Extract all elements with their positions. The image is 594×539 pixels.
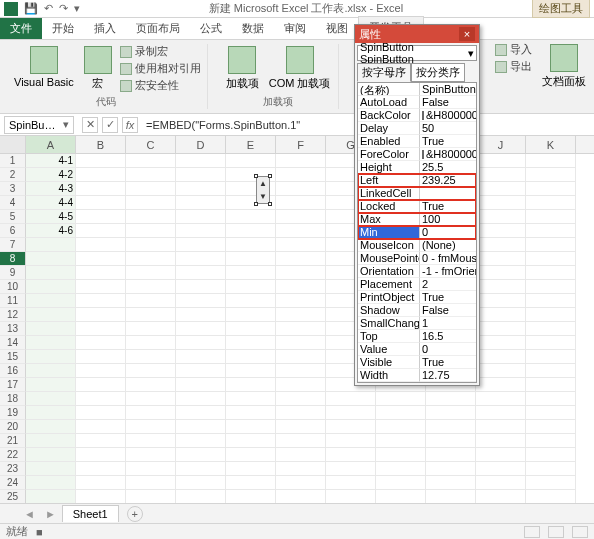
- property-value[interactable]: 100: [420, 213, 476, 226]
- cell[interactable]: [476, 462, 526, 476]
- cell[interactable]: [26, 406, 76, 420]
- row-header[interactable]: 6: [0, 224, 26, 238]
- property-value[interactable]: 239.25: [420, 174, 476, 187]
- cell[interactable]: [176, 308, 226, 322]
- property-value[interactable]: False: [420, 96, 476, 109]
- cell[interactable]: [526, 294, 576, 308]
- cell[interactable]: [126, 378, 176, 392]
- properties-panel[interactable]: 属性 × SpinButton SpinButton▾ 按字母序 按分类序 (名…: [354, 24, 480, 386]
- col-header[interactable]: C: [126, 136, 176, 153]
- property-value[interactable]: 25.5: [420, 161, 476, 174]
- cell[interactable]: [526, 462, 576, 476]
- cell[interactable]: [76, 336, 126, 350]
- cell[interactable]: [326, 476, 376, 490]
- cell[interactable]: [126, 224, 176, 238]
- cell[interactable]: [276, 322, 326, 336]
- cell[interactable]: [76, 252, 126, 266]
- cell[interactable]: [76, 224, 126, 238]
- cell[interactable]: [226, 280, 276, 294]
- cell[interactable]: [76, 420, 126, 434]
- property-row[interactable]: Max100: [358, 213, 476, 226]
- cell[interactable]: [476, 322, 526, 336]
- cell[interactable]: [526, 210, 576, 224]
- cell[interactable]: [126, 490, 176, 504]
- cell[interactable]: [526, 224, 576, 238]
- row-header[interactable]: 17: [0, 378, 26, 392]
- cell[interactable]: [276, 308, 326, 322]
- cell[interactable]: [76, 378, 126, 392]
- cell[interactable]: [176, 224, 226, 238]
- cell[interactable]: [76, 266, 126, 280]
- col-header[interactable]: A: [26, 136, 76, 153]
- cell[interactable]: [126, 196, 176, 210]
- cell[interactable]: [476, 154, 526, 168]
- cell[interactable]: [176, 252, 226, 266]
- cell[interactable]: 4-4: [26, 196, 76, 210]
- export-button[interactable]: 导出: [495, 59, 532, 74]
- property-value[interactable]: 0: [420, 226, 476, 239]
- row-header[interactable]: 7: [0, 238, 26, 252]
- property-row[interactable]: EnabledTrue: [358, 135, 476, 148]
- cell[interactable]: [26, 434, 76, 448]
- cell[interactable]: [76, 448, 126, 462]
- cell[interactable]: 4-6: [26, 224, 76, 238]
- qat-undo-icon[interactable]: ↶: [44, 2, 53, 15]
- cell[interactable]: [126, 406, 176, 420]
- cell[interactable]: [476, 266, 526, 280]
- addins-button[interactable]: 加载项: [224, 44, 261, 93]
- fx-button[interactable]: fx: [122, 117, 138, 133]
- sheet-tab[interactable]: Sheet1: [62, 505, 119, 522]
- cell[interactable]: [276, 392, 326, 406]
- cell[interactable]: [126, 462, 176, 476]
- tab-formulas[interactable]: 公式: [190, 18, 232, 39]
- chevron-down-icon[interactable]: ▾: [468, 47, 474, 60]
- property-row[interactable]: Width12.75: [358, 369, 476, 382]
- property-value[interactable]: True: [420, 200, 476, 213]
- row-header[interactable]: 14: [0, 336, 26, 350]
- cell[interactable]: [176, 420, 226, 434]
- cell[interactable]: [126, 434, 176, 448]
- cell[interactable]: [526, 168, 576, 182]
- property-row[interactable]: Height25.5: [358, 161, 476, 174]
- cell[interactable]: [476, 182, 526, 196]
- cell[interactable]: [76, 392, 126, 406]
- cell[interactable]: [176, 392, 226, 406]
- cell[interactable]: [476, 476, 526, 490]
- cell[interactable]: [76, 308, 126, 322]
- cell[interactable]: [476, 350, 526, 364]
- property-row[interactable]: LockedTrue: [358, 200, 476, 213]
- cell[interactable]: [276, 378, 326, 392]
- enter-formula-button[interactable]: ✓: [102, 117, 118, 133]
- property-value[interactable]: 12.75: [420, 369, 476, 382]
- docpanel-button[interactable]: 文档面板: [540, 42, 588, 91]
- cell[interactable]: [326, 420, 376, 434]
- cell[interactable]: [126, 182, 176, 196]
- cell[interactable]: [126, 448, 176, 462]
- macro-security-button[interactable]: 宏安全性: [120, 78, 201, 93]
- property-row[interactable]: LinkedCell: [358, 187, 476, 200]
- cell[interactable]: [376, 476, 426, 490]
- row-header[interactable]: 23: [0, 462, 26, 476]
- property-value[interactable]: (None): [420, 239, 476, 252]
- cell[interactable]: [226, 336, 276, 350]
- property-row[interactable]: VisibleTrue: [358, 356, 476, 369]
- resize-handle[interactable]: [268, 202, 272, 206]
- cell[interactable]: [476, 252, 526, 266]
- sheet-nav-prev-icon[interactable]: ◄: [20, 508, 39, 520]
- cell[interactable]: [526, 322, 576, 336]
- cell[interactable]: [276, 224, 326, 238]
- cell[interactable]: [326, 448, 376, 462]
- cell[interactable]: [226, 406, 276, 420]
- property-value[interactable]: 50: [420, 122, 476, 135]
- cell[interactable]: [176, 182, 226, 196]
- qat-redo-icon[interactable]: ↷: [59, 2, 68, 15]
- cell[interactable]: [476, 308, 526, 322]
- cell[interactable]: [76, 154, 126, 168]
- cell[interactable]: [226, 476, 276, 490]
- row-header[interactable]: 13: [0, 322, 26, 336]
- cell[interactable]: [76, 168, 126, 182]
- cell[interactable]: [176, 434, 226, 448]
- cell[interactable]: [276, 280, 326, 294]
- cell[interactable]: [426, 392, 476, 406]
- cell[interactable]: [226, 294, 276, 308]
